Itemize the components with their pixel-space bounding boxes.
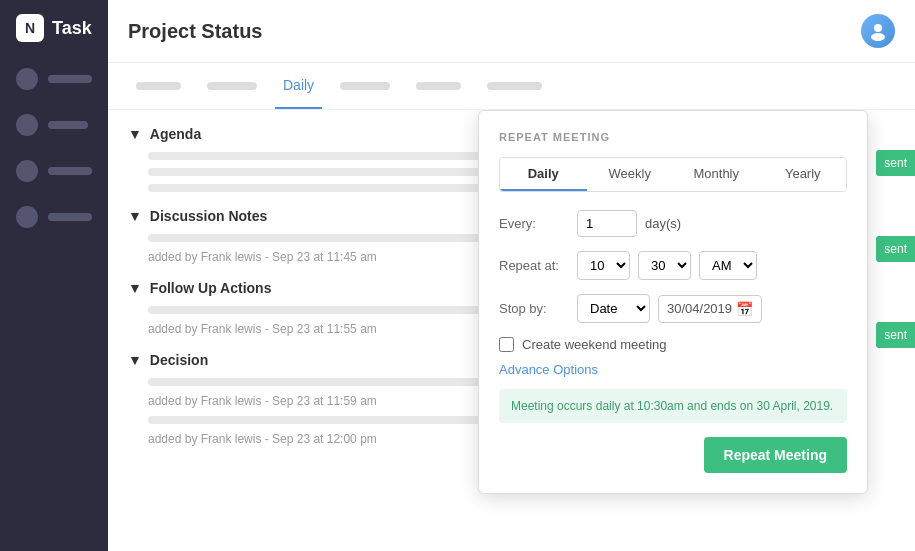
- section-title-agenda: Agenda: [150, 126, 201, 142]
- sidebar-circle-4: [16, 206, 38, 228]
- tabs-bar: Daily: [108, 63, 915, 110]
- overlay-title: REPEAT MEETING: [499, 131, 847, 143]
- tab-placeholder-5: [487, 82, 542, 90]
- collapse-icon-decision[interactable]: ▼: [128, 352, 142, 368]
- every-unit: day(s): [645, 216, 681, 231]
- sidebar-line-2: [48, 121, 88, 129]
- repeat-hour-select[interactable]: 10: [577, 251, 630, 280]
- stop-by-label: Stop by:: [499, 301, 569, 316]
- stop-by-type-select[interactable]: Date Never: [577, 294, 650, 323]
- freq-tab-weekly[interactable]: Weekly: [587, 158, 674, 191]
- calendar-icon[interactable]: 📅: [736, 301, 753, 317]
- collapse-icon-agenda[interactable]: ▼: [128, 126, 142, 142]
- sidebar-line-3: [48, 167, 92, 175]
- freq-tab-monthly[interactable]: Monthly: [673, 158, 760, 191]
- stop-by-row: Stop by: Date Never 30/04/2019 📅: [499, 294, 847, 323]
- agenda-line-2: [148, 168, 522, 176]
- weekend-checkbox[interactable]: [499, 337, 514, 352]
- freq-tab-yearly[interactable]: Yearly: [760, 158, 847, 191]
- repeat-at-row: Repeat at: 10 30 AM PM: [499, 251, 847, 280]
- repeat-meeting-panel: REPEAT MEETING Daily Weekly Monthly Year…: [478, 110, 868, 494]
- sidebar-line-1: [48, 75, 92, 83]
- every-row: Every: day(s): [499, 210, 847, 237]
- section-title-decision: Decision: [150, 352, 208, 368]
- sidebar-circle-2: [16, 114, 38, 136]
- tab-meetings[interactable]: Daily: [275, 63, 322, 109]
- logo-icon: N: [16, 14, 44, 42]
- section-title-followup: Follow Up Actions: [150, 280, 272, 296]
- side-button-2[interactable]: sent: [876, 236, 915, 262]
- sidebar-item-4[interactable]: [0, 194, 108, 240]
- svg-point-1: [871, 33, 885, 41]
- sidebar-logo-label: Task: [52, 18, 92, 39]
- weekend-label: Create weekend meeting: [522, 337, 667, 352]
- frequency-tabs: Daily Weekly Monthly Yearly: [499, 157, 847, 192]
- sidebar-item-2[interactable]: [0, 102, 108, 148]
- stop-by-date-value: 30/04/2019: [667, 301, 732, 316]
- sidebar-circle-1: [16, 68, 38, 90]
- repeat-ampm-select[interactable]: AM PM: [699, 251, 757, 280]
- side-button-1[interactable]: sent: [876, 150, 915, 176]
- tab-placeholder-4: [416, 82, 461, 90]
- tab-placeholder-2: [207, 82, 257, 90]
- advance-options-link[interactable]: Advance Options: [499, 362, 847, 377]
- freq-tab-daily[interactable]: Daily: [500, 158, 587, 191]
- svg-point-0: [874, 24, 882, 32]
- sidebar: N Task: [0, 0, 108, 551]
- weekend-checkbox-row: Create weekend meeting: [499, 337, 847, 352]
- content-area: ▼ Agenda ▼ Discussion Notes added by Fra…: [108, 110, 915, 551]
- info-message: Meeting occurs daily at 10:30am and ends…: [499, 389, 847, 423]
- avatar[interactable]: [861, 14, 895, 48]
- sidebar-logo: N Task: [0, 0, 108, 56]
- main-panel: Project Status Daily ▼ Agenda: [108, 0, 915, 551]
- section-title-discussion: Discussion Notes: [150, 208, 267, 224]
- decision-line-2: [148, 416, 522, 424]
- tab-placeholder-1: [136, 82, 181, 90]
- sidebar-item-3[interactable]: [0, 148, 108, 194]
- collapse-icon-followup[interactable]: ▼: [128, 280, 142, 296]
- every-label: Every:: [499, 216, 569, 231]
- repeat-at-label: Repeat at:: [499, 258, 569, 273]
- sidebar-circle-3: [16, 160, 38, 182]
- every-input[interactable]: [577, 210, 637, 237]
- repeat-minute-select[interactable]: 30: [638, 251, 691, 280]
- collapse-icon-discussion[interactable]: ▼: [128, 208, 142, 224]
- repeat-meeting-button[interactable]: Repeat Meeting: [704, 437, 847, 473]
- side-buttons-container: sent sent sent: [876, 150, 915, 348]
- sidebar-line-4: [48, 213, 92, 221]
- sidebar-item-1[interactable]: [0, 56, 108, 102]
- side-button-3[interactable]: sent: [876, 322, 915, 348]
- header: Project Status: [108, 0, 915, 63]
- tab-placeholder-3: [340, 82, 390, 90]
- page-title: Project Status: [128, 20, 262, 43]
